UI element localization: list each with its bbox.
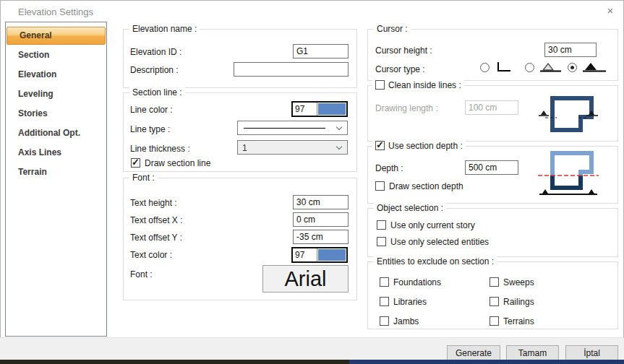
sweeps-checkbox[interactable] — [490, 277, 499, 287]
chevron-down-icon — [336, 124, 342, 130]
sidebar-item-terrain[interactable]: Terrain — [6, 162, 106, 182]
sweeps-label: Sweeps — [503, 277, 534, 287]
generate-button[interactable]: Generate — [447, 345, 500, 361]
use-section-depth-title: Use section depth : — [372, 141, 466, 151]
use-only-current-story-checkbox[interactable] — [377, 220, 386, 230]
sidebar-item-stories[interactable]: Stories — [6, 104, 106, 124]
text-offset-x-label: Text offset X : — [130, 215, 182, 225]
depth-label: Depth : — [375, 163, 403, 173]
cursor-type-triangle-filled-radio[interactable] — [568, 63, 577, 72]
text-color-label: Text color : — [130, 250, 172, 260]
use-section-depth-label: Use section depth : — [388, 141, 463, 151]
cursor-height-input[interactable] — [544, 43, 597, 57]
foundations-label: Foundations — [393, 277, 441, 287]
font-label: Font : — [130, 269, 153, 280]
railings-label: Railings — [503, 297, 534, 307]
sidebar-item-leveling[interactable]: Leveling — [6, 84, 106, 104]
line-type-combobox[interactable] — [237, 121, 348, 135]
elevation-name-group-title: Elevation name : — [129, 24, 200, 34]
elevation-id-input[interactable] — [293, 44, 349, 58]
line-type-label: Line type : — [130, 124, 170, 134]
clean-inside-lines-checkbox[interactable] — [375, 80, 385, 90]
description-input[interactable] — [234, 62, 349, 77]
text-offset-x-input[interactable] — [293, 212, 349, 227]
line-color-picker[interactable]: 97 — [291, 101, 348, 117]
clean-inside-lines-title: Clean inside lines : — [372, 80, 464, 90]
section-line-group: Section line : Line color : 97 Line type… — [123, 92, 357, 172]
text-offset-y-input[interactable] — [293, 230, 349, 244]
line-thickness-combobox[interactable]: 1 — [237, 140, 348, 155]
terrains-checkbox[interactable] — [490, 316, 499, 326]
ok-button[interactable]: Tamam — [506, 345, 559, 361]
exclude-entities-title: Entities to exclude on section : — [374, 256, 497, 266]
window-title: Elevation Settings — [18, 6, 93, 17]
font-group-title: Font : — [129, 173, 158, 183]
elevation-id-label: Elevation ID : — [130, 47, 181, 57]
use-only-current-story-label: Use only current story — [390, 220, 475, 230]
cursor-group-title: Cursor : — [374, 24, 411, 34]
section-line-group-title: Section line : — [129, 87, 185, 98]
cancel-button[interactable]: İptal — [565, 345, 618, 361]
clean-inside-lines-label: Clean inside lines : — [388, 80, 461, 90]
use-only-selected-entities-label: Use only selected entities — [390, 237, 489, 247]
taskbar-edge-strip — [0, 360, 624, 364]
sidebar-item-general[interactable]: General — [7, 27, 106, 45]
text-color-number: 97 — [293, 248, 317, 261]
solid-line-preview — [244, 128, 325, 129]
font-group: Font : Text height : Text offset X : Tex… — [123, 178, 357, 300]
object-selection-title: Object selection : — [374, 203, 446, 213]
text-color-picker[interactable]: 97 — [291, 247, 348, 263]
draw-section-depth-checkbox[interactable] — [375, 181, 385, 191]
description-label: Description : — [130, 65, 179, 75]
drawing-length-input[interactable] — [465, 100, 518, 115]
depth-input[interactable] — [465, 160, 518, 175]
cursor-type-corner-radio[interactable] — [480, 63, 490, 72]
text-height-label: Text height : — [130, 198, 177, 208]
font-select-button[interactable]: Arial — [262, 265, 349, 292]
exclude-entities-group: Entities to exclude on section : Foundat… — [367, 261, 618, 329]
libraries-checkbox[interactable] — [380, 297, 389, 306]
line-color-label: Line color : — [130, 105, 173, 115]
settings-category-list: General Section Elevation Leveling Stori… — [5, 22, 107, 337]
sidebar-item-axis-lines[interactable]: Axis Lines — [6, 143, 106, 162]
section-depth-diagram-icon — [538, 150, 599, 201]
jambs-checkbox[interactable] — [380, 316, 389, 326]
elevation-name-group: Elevation name : Elevation ID : Descript… — [123, 29, 357, 88]
text-height-input[interactable] — [293, 195, 349, 209]
jambs-label: Jambs — [393, 316, 419, 326]
line-thickness-value: 1 — [242, 143, 247, 153]
use-only-selected-entities-checkbox[interactable] — [377, 237, 386, 246]
text-offset-y-label: Text offset Y : — [130, 233, 182, 243]
foundations-checkbox[interactable] — [380, 277, 389, 287]
sidebar-item-section[interactable]: Section — [6, 46, 106, 65]
use-section-depth-group: Use section depth : Depth : Draw section… — [367, 146, 618, 204]
draw-section-line-label: Draw section line — [145, 158, 210, 168]
railings-checkbox[interactable] — [490, 297, 499, 306]
line-color-swatch[interactable] — [318, 103, 346, 115]
line-thickness-label: Line thickness : — [130, 144, 190, 154]
drawing-length-label: Drawing length : — [375, 103, 438, 113]
draw-section-line-checkbox[interactable] — [131, 158, 140, 168]
plan-outline-icon — [538, 93, 599, 139]
sidebar-item-elevation[interactable]: Elevation — [6, 65, 106, 84]
libraries-label: Libraries — [393, 297, 427, 307]
chevron-down-icon — [336, 144, 342, 150]
corner-cursor-icon — [496, 61, 512, 75]
terrains-label: Terrains — [503, 316, 534, 326]
object-selection-group: Object selection : Use only current stor… — [367, 208, 618, 257]
text-color-swatch[interactable] — [318, 249, 346, 261]
sidebar-item-additional-opt[interactable]: Additional Opt. — [6, 124, 106, 143]
cursor-type-label: Cursor type : — [375, 64, 425, 74]
cursor-type-triangle-outline-radio[interactable] — [525, 63, 534, 72]
clean-inside-lines-group: Clean inside lines : Drawing length : — [367, 85, 618, 142]
draw-section-depth-label: Draw section depth — [389, 181, 463, 191]
elevation-settings-dialog: Elevation Settings × General Section Ele… — [0, 0, 624, 364]
cursor-group: Cursor : Cursor height : Cursor type : — [367, 29, 618, 81]
use-section-depth-checkbox[interactable] — [375, 141, 385, 150]
line-color-number: 97 — [293, 103, 317, 116]
close-icon[interactable]: × — [602, 3, 618, 19]
triangle-outline-cursor-icon — [539, 61, 563, 75]
dialog-footer: Generate Tamam İptal — [0, 337, 624, 360]
cursor-height-label: Cursor height : — [375, 46, 432, 56]
triangle-filled-cursor-icon — [582, 61, 607, 75]
